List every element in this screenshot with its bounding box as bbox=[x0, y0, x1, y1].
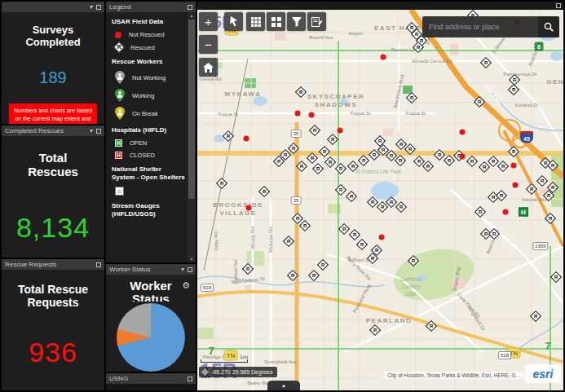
rescued-marker[interactable]: R bbox=[395, 155, 406, 166]
filter-button[interactable] bbox=[287, 12, 306, 31]
rescued-marker[interactable]: R bbox=[422, 161, 434, 172]
rescued-marker[interactable]: R bbox=[295, 86, 307, 98]
rescued-marker[interactable]: R bbox=[466, 156, 478, 167]
not-rescued-marker[interactable] bbox=[244, 136, 249, 142]
not-rescued-marker[interactable] bbox=[381, 55, 386, 60]
rescued-marker[interactable]: R bbox=[369, 324, 381, 336]
worker-status-pie-chart[interactable] bbox=[117, 303, 185, 372]
rescued-marker[interactable]: R bbox=[434, 149, 445, 161]
scroll-up-icon[interactable]: ▲ bbox=[190, 12, 194, 19]
identify-tool-button[interactable] bbox=[224, 12, 243, 31]
gear-icon[interactable]: ⚙ bbox=[182, 280, 190, 291]
attribute-table-tab[interactable]: ▲ bbox=[267, 381, 300, 390]
rescued-marker[interactable]: R bbox=[308, 270, 320, 281]
scrollbar-thumb[interactable] bbox=[188, 20, 195, 199]
rescued-marker[interactable]: R bbox=[312, 163, 324, 174]
expand-icon[interactable] bbox=[188, 5, 192, 10]
rescued-marker[interactable]: R bbox=[349, 229, 360, 240]
rescued-marker[interactable]: R bbox=[283, 236, 294, 247]
rescued-marker[interactable]: R bbox=[356, 239, 368, 250]
rescued-marker[interactable]: R bbox=[497, 161, 509, 172]
rescued-marker[interactable]: R bbox=[216, 178, 227, 189]
rescued-marker[interactable]: R bbox=[258, 186, 270, 197]
rescued-marker[interactable]: R bbox=[338, 223, 350, 235]
legend-scrollbar[interactable]: ▲ ▼ bbox=[188, 12, 196, 262]
rescued-marker[interactable]: R bbox=[536, 175, 548, 187]
hospital-open-marker[interactable]: H bbox=[519, 208, 528, 217]
zoom-in-button[interactable]: + bbox=[199, 12, 218, 31]
rescued-marker[interactable]: R bbox=[474, 96, 485, 108]
rescued-marker[interactable]: R bbox=[444, 155, 455, 166]
rescued-marker[interactable]: R bbox=[395, 201, 407, 213]
search-button[interactable] bbox=[538, 16, 559, 37]
legend-section-heading: Hospitals (HIFLD) bbox=[112, 126, 186, 134]
legend-item: ⌂ bbox=[115, 187, 186, 196]
chevron-down-icon[interactable]: ▾ bbox=[181, 266, 184, 273]
not-rescued-marker[interactable] bbox=[246, 205, 252, 211]
not-rescued-marker[interactable] bbox=[513, 183, 519, 188]
not-rescued-marker[interactable] bbox=[295, 111, 301, 117]
rescued-marker[interactable]: R bbox=[475, 206, 486, 218]
expand-icon[interactable] bbox=[188, 377, 192, 381]
panel-header: Worker Status ▾ bbox=[106, 264, 196, 275]
rescued-marker[interactable]: R bbox=[335, 163, 347, 174]
search-input[interactable]: Find address or place bbox=[422, 16, 538, 37]
rescued-marker[interactable]: R bbox=[480, 57, 492, 68]
expand-icon[interactable] bbox=[188, 267, 192, 272]
expand-icon[interactable] bbox=[556, 3, 561, 8]
not-rescued-marker[interactable] bbox=[460, 130, 466, 135]
rescued-marker[interactable]: R bbox=[550, 271, 562, 283]
rescued-marker[interactable]: R bbox=[404, 143, 416, 155]
rescued-marker[interactable]: R bbox=[508, 146, 519, 157]
bookmarks-button[interactable] bbox=[267, 12, 285, 31]
rescued-marker[interactable]: R bbox=[223, 130, 234, 142]
rescued-marker[interactable]: R bbox=[530, 311, 541, 322]
rescued-marker[interactable]: R bbox=[358, 155, 369, 166]
rescued-marker[interactable]: R bbox=[426, 320, 437, 332]
rescued-marker[interactable]: R bbox=[488, 228, 500, 240]
not-rescued-marker[interactable] bbox=[309, 112, 315, 118]
not-rescued-marker[interactable] bbox=[460, 154, 466, 160]
not-rescued-marker[interactable] bbox=[511, 163, 517, 169]
legend-item-label: Not Working bbox=[132, 74, 166, 81]
rescued-marker[interactable]: R bbox=[496, 190, 507, 201]
rescued-marker[interactable]: R bbox=[545, 213, 556, 224]
rescued-marker[interactable]: R bbox=[479, 161, 490, 173]
zoom-out-button[interactable]: − bbox=[199, 35, 218, 54]
rescued-marker[interactable]: R bbox=[287, 270, 298, 281]
chevron-down-icon[interactable]: ▾ bbox=[90, 128, 93, 134]
rescued-marker[interactable]: R bbox=[242, 263, 254, 275]
not-rescued-marker[interactable] bbox=[338, 128, 343, 134]
crosshair-icon bbox=[201, 368, 209, 376]
rescued-marker[interactable]: R bbox=[309, 125, 320, 136]
rescued-marker[interactable]: R bbox=[335, 184, 347, 196]
rescued-marker[interactable]: R bbox=[347, 161, 359, 172]
rescued-marker[interactable]: R bbox=[346, 191, 357, 202]
expand-icon[interactable] bbox=[96, 129, 101, 134]
rescued-marker[interactable]: R bbox=[509, 74, 520, 86]
rescued-marker[interactable]: R bbox=[299, 220, 311, 231]
chevron-down-icon[interactable]: ▾ bbox=[90, 4, 93, 11]
scroll-down-icon[interactable]: ▼ bbox=[190, 256, 194, 262]
basemap-gallery-button[interactable] bbox=[246, 12, 265, 31]
home-button[interactable] bbox=[199, 58, 218, 77]
pointer-icon bbox=[229, 16, 239, 27]
map[interactable]: EAST HAVENMYKAWASKYSCRAPERSHADOWSBROOKSI… bbox=[197, 10, 563, 390]
rescued-marker[interactable]: R bbox=[317, 259, 329, 271]
rescued-marker[interactable]: R bbox=[526, 183, 537, 195]
rescued-marker[interactable]: R bbox=[307, 152, 318, 164]
rescued-marker[interactable]: R bbox=[319, 146, 330, 157]
rescued-marker[interactable]: R bbox=[406, 92, 417, 104]
edit-tool-button[interactable] bbox=[307, 12, 326, 31]
rescued-marker[interactable]: R bbox=[296, 161, 307, 172]
expand-icon[interactable] bbox=[96, 262, 101, 267]
not-rescued-marker[interactable] bbox=[379, 235, 385, 240]
not-rescued-marker[interactable] bbox=[503, 209, 509, 215]
rescued-marker[interactable]: R bbox=[288, 143, 299, 154]
rescued-marker[interactable]: R bbox=[324, 156, 336, 168]
expand-icon[interactable] bbox=[96, 5, 101, 10]
rescued-marker[interactable]: R bbox=[408, 255, 419, 266]
rescued-marker[interactable]: R bbox=[327, 134, 338, 145]
grid-icon bbox=[251, 17, 261, 27]
panel-usng: USNG bbox=[106, 373, 196, 390]
